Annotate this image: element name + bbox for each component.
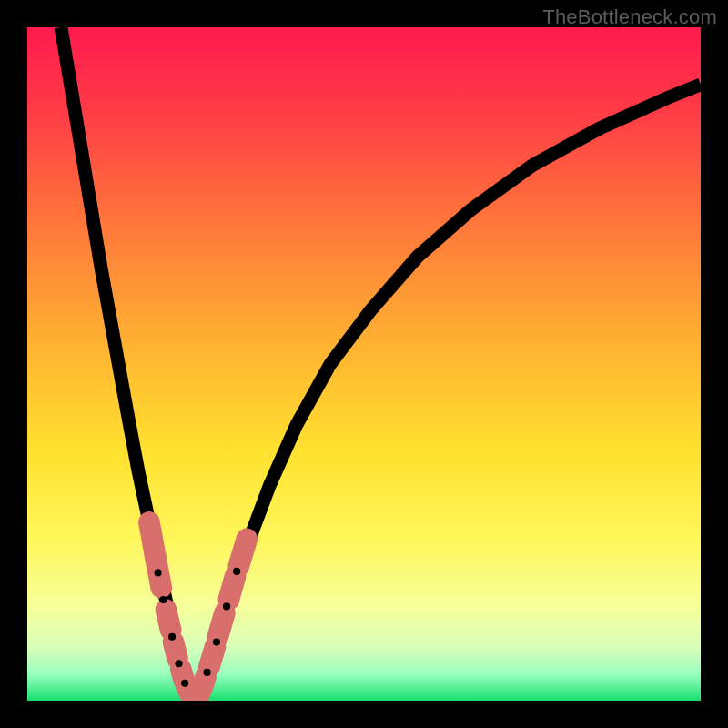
curve-right-branch	[199, 85, 701, 697]
marker-dot	[175, 660, 182, 667]
marker-segment	[228, 576, 235, 600]
marker-dot	[168, 633, 176, 641]
marker-segment	[238, 539, 247, 566]
plot-area	[27, 27, 701, 701]
marker-dot	[204, 669, 211, 676]
marker-segment	[209, 647, 216, 667]
marker-segment	[166, 610, 170, 630]
marker-group	[149, 522, 247, 696]
chart-frame: TheBottleneck.com	[0, 0, 728, 728]
marker-segment	[201, 677, 206, 691]
marker-dot	[233, 568, 240, 575]
watermark-text: TheBottleneck.com	[542, 5, 717, 29]
marker-segment	[217, 613, 224, 637]
marker-dot	[159, 596, 167, 603]
curve-left-branch	[61, 27, 192, 697]
marker-dot	[154, 569, 161, 576]
curve-layer	[27, 27, 701, 701]
marker-dot	[223, 602, 230, 610]
marker-dot	[181, 680, 188, 687]
marker-segment	[174, 642, 177, 659]
marker-dot	[213, 639, 220, 646]
